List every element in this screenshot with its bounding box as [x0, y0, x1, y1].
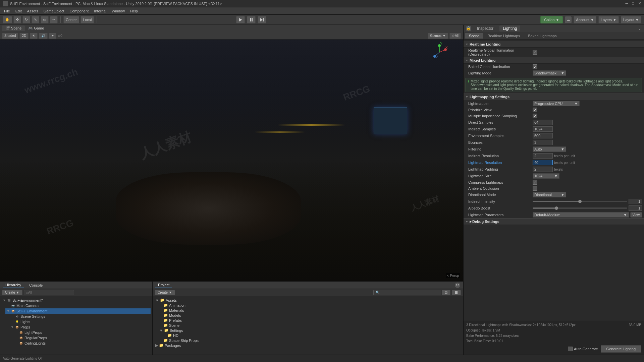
2d-toggle[interactable]: 2D: [19, 33, 29, 39]
list-item[interactable]: 💡 Lights: [9, 319, 151, 324]
collab-button[interactable]: Collab ▼: [540, 16, 563, 23]
right-panel-menu[interactable]: ⋮: [638, 26, 641, 31]
scene-subtab[interactable]: Scene: [465, 33, 483, 39]
list-item[interactable]: 📁 Space Ship Props: [158, 338, 462, 343]
list-item[interactable]: 📁 Scene: [158, 323, 462, 328]
list-item[interactable]: ▶ 📁 Packages: [154, 343, 462, 348]
direct-samples-input[interactable]: [533, 120, 553, 125]
bounces-input[interactable]: [533, 140, 553, 145]
prioritize-view-checkbox[interactable]: [533, 108, 537, 112]
environment-samples-input[interactable]: [533, 133, 553, 138]
list-item[interactable]: 📦 CeilingLights: [13, 341, 151, 346]
inspector-tab[interactable]: Inspector: [474, 25, 497, 32]
play-button[interactable]: [236, 16, 245, 23]
tool-scale[interactable]: ⤡: [32, 16, 39, 23]
list-item[interactable]: ⚙ Scene Settings: [9, 314, 151, 319]
auto-generate-toggle[interactable]: Auto Generate: [568, 347, 598, 351]
list-item[interactable]: 📷 Main Camera: [5, 303, 151, 308]
project-create-btn[interactable]: Create ▼: [155, 290, 175, 295]
albedo-boost-input[interactable]: [629, 205, 642, 211]
list-item[interactable]: 📁 Materials: [158, 308, 462, 313]
realtime-lightmaps-tab[interactable]: Realtime Lightmaps: [483, 33, 524, 39]
shaded-dropdown[interactable]: Shaded: [2, 33, 18, 39]
indirect-intensity-input[interactable]: [629, 199, 642, 204]
lightmap-params-view-btn[interactable]: View: [630, 212, 642, 218]
lighting-mode-dropdown[interactable]: Shadowmask ▼: [533, 70, 566, 76]
list-item[interactable]: 📁 Prefabs: [158, 318, 462, 323]
account-button[interactable]: Account ▼: [574, 16, 596, 23]
audio-toggle[interactable]: 🔊: [39, 33, 48, 39]
tool-rect[interactable]: ▭: [41, 16, 49, 23]
menu-assets[interactable]: Assets: [24, 8, 41, 14]
generate-lighting-btn[interactable]: Generate Lighting: [601, 345, 641, 353]
list-item[interactable]: 📁 HD: [162, 333, 462, 338]
tool-move[interactable]: ✥: [13, 16, 21, 23]
ambient-occlusion-checkbox[interactable]: [533, 186, 537, 191]
list-item[interactable]: ▼ 📦 Props: [9, 324, 151, 330]
project-tab[interactable]: Project: [155, 282, 172, 288]
lightmap-params-dropdown[interactable]: Default-Medium ▼: [533, 212, 629, 218]
lightmap-padding-input[interactable]: [533, 167, 553, 172]
list-item[interactable]: 📦 LightProps: [13, 330, 151, 335]
indirect-samples-input[interactable]: [533, 126, 553, 132]
albedo-boost-slider[interactable]: [533, 207, 627, 209]
multiple-importance-checkbox[interactable]: [533, 114, 537, 118]
slider-thumb[interactable]: [555, 206, 558, 210]
filtering-dropdown[interactable]: Auto ▼: [533, 146, 566, 152]
auto-generate-checkbox[interactable]: [568, 347, 573, 351]
hierarchy-search[interactable]: [24, 290, 74, 295]
minimize-btn[interactable]: ─: [626, 1, 628, 6]
pause-button[interactable]: [247, 16, 256, 23]
lightmap-size-dropdown[interactable]: 1024 ▼: [533, 173, 559, 179]
layers-button[interactable]: Layers ▼: [598, 16, 619, 23]
list-item[interactable]: ▼ 📁 Assets: [154, 298, 462, 303]
step-button[interactable]: [258, 16, 266, 23]
menu-gameobject[interactable]: GameObject: [41, 8, 67, 14]
menu-help[interactable]: Help: [127, 8, 141, 14]
close-btn[interactable]: ✕: [638, 1, 641, 6]
lock-icon[interactable]: 🔒: [466, 26, 471, 31]
project-view-btn[interactable]: ☰: [452, 290, 461, 295]
menu-window[interactable]: Window: [109, 8, 127, 14]
list-item[interactable]: ▼ 📁 Settings: [158, 328, 462, 333]
baked-gi-checkbox[interactable]: [533, 64, 537, 69]
debug-settings-section[interactable]: ▶ Debug Settings: [464, 218, 644, 225]
list-item[interactable]: ▼ 📦 SciFi_Environment: [5, 308, 151, 314]
lighting-toggle[interactable]: ☀: [30, 33, 38, 39]
project-filter-btn[interactable]: ⊡: [442, 290, 450, 295]
menu-internal[interactable]: Internal: [91, 8, 109, 14]
realtime-gi-checkbox[interactable]: [533, 50, 537, 55]
maximize-btn[interactable]: □: [632, 1, 634, 6]
menu-component[interactable]: Component: [67, 8, 91, 14]
scene-tab[interactable]: 🎬 Scene: [2, 25, 25, 31]
lighting-tab[interactable]: Lighting: [499, 25, 520, 32]
menu-edit[interactable]: Edit: [13, 8, 24, 14]
scene-area[interactable]: X Y Z < Persp www.rrcg.ch: [0, 40, 463, 281]
search-all[interactable]: ☆All: [449, 33, 461, 39]
list-item[interactable]: ▼ 🎬 SciFiEnvironment*: [1, 298, 151, 303]
list-item[interactable]: 📁 Animation: [158, 303, 462, 308]
indirect-intensity-slider[interactable]: [533, 201, 627, 202]
compress-lightmaps-checkbox[interactable]: [533, 180, 537, 185]
hierarchy-create-btn[interactable]: Create ▼: [2, 290, 22, 295]
layout-button[interactable]: Layout ▼: [621, 16, 641, 23]
list-item[interactable]: 📦 RegularProps: [13, 335, 151, 341]
gizmos-dropdown[interactable]: Gizmos ▼: [428, 33, 448, 39]
indirect-resolution-input[interactable]: [533, 153, 553, 159]
directional-mode-dropdown[interactable]: Directional ▼: [533, 192, 566, 197]
baked-lightmaps-tab[interactable]: Baked Lightmaps: [524, 33, 560, 39]
local-btn[interactable]: Local: [80, 16, 94, 23]
hierarchy-tab[interactable]: Hierarchy: [3, 282, 24, 288]
realtime-lighting-section[interactable]: Realtime Lighting: [464, 41, 644, 48]
list-item[interactable]: 📁 Models: [158, 313, 462, 318]
center-btn[interactable]: Center: [63, 16, 79, 23]
slider-thumb[interactable]: [578, 200, 582, 203]
mixed-lighting-section[interactable]: Mixed Lighting: [464, 57, 644, 64]
tool-rotate[interactable]: ↻: [22, 16, 30, 23]
menu-file[interactable]: File: [1, 8, 13, 14]
project-search[interactable]: [373, 290, 440, 295]
lightmapper-dropdown[interactable]: Progressive CPU ▼: [533, 101, 580, 106]
lightmap-resolution-input[interactable]: [533, 160, 553, 165]
tool-transform[interactable]: ⊹: [50, 16, 58, 23]
console-tab[interactable]: Console: [26, 283, 45, 288]
